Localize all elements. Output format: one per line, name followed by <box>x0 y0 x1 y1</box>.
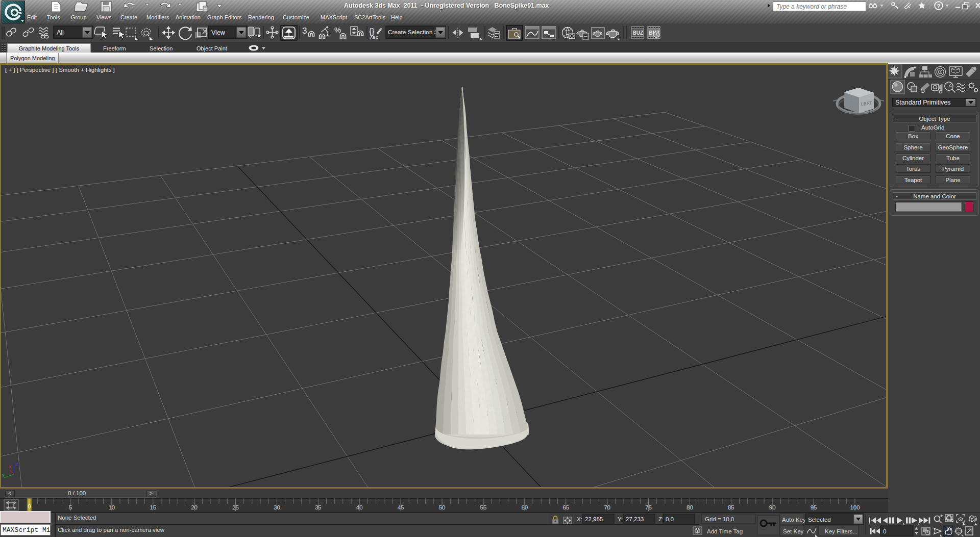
svg-text:0,0: 0,0 <box>666 516 674 522</box>
svg-text:z: z <box>16 462 18 467</box>
svg-text:95: 95 <box>811 504 817 510</box>
svg-text:{}: {} <box>369 27 375 36</box>
svg-text:y: y <box>2 472 5 477</box>
svg-text:70: 70 <box>604 504 610 510</box>
svg-text:ABC: ABC <box>370 35 379 40</box>
svg-text:45: 45 <box>398 504 404 510</box>
svg-text:65: 65 <box>562 504 569 510</box>
svg-text:Create Selection Se: Create Selection Se <box>388 29 442 36</box>
svg-text:5: 5 <box>69 504 72 510</box>
svg-text:Set Key: Set Key <box>783 528 804 534</box>
svg-text:BUZ: BUZ <box>633 30 644 36</box>
svg-text:25: 25 <box>232 504 239 510</box>
svg-text:15: 15 <box>150 504 156 510</box>
svg-text:?: ? <box>937 3 940 9</box>
svg-text:60: 60 <box>521 504 528 510</box>
svg-text:85: 85 <box>728 504 734 510</box>
svg-text:100: 100 <box>850 504 860 510</box>
svg-text:50: 50 <box>439 504 446 510</box>
svg-text:View: View <box>211 29 226 36</box>
svg-text:X:: X: <box>577 516 582 522</box>
svg-text:0: 0 <box>28 503 31 509</box>
svg-text:20: 20 <box>191 504 198 510</box>
svg-text:Selected: Selected <box>808 517 831 523</box>
svg-text:75: 75 <box>645 504 652 510</box>
svg-text:0: 0 <box>883 528 886 534</box>
svg-text:Key Filters...: Key Filters... <box>825 528 857 534</box>
svg-text:40: 40 <box>356 504 363 510</box>
svg-text:LEFT: LEFT <box>861 100 872 107</box>
svg-text:[ + ] [ Perspective ] [ Smooth: [ + ] [ Perspective ] [ Smooth + Highlig… <box>5 67 115 73</box>
svg-text:%: % <box>334 25 341 34</box>
svg-text:x: x <box>9 464 12 469</box>
svg-text:Auto Key: Auto Key <box>782 517 806 523</box>
svg-text:22,985: 22,985 <box>585 516 603 522</box>
svg-text:30: 30 <box>274 504 280 510</box>
svg-text:55: 55 <box>480 504 487 510</box>
svg-text:Add Time Tag: Add Time Tag <box>707 528 743 534</box>
svg-text:Grid = 10,0: Grid = 10,0 <box>705 516 734 522</box>
svg-text:10: 10 <box>108 504 115 510</box>
svg-text:90: 90 <box>769 504 776 510</box>
svg-text:Y:: Y: <box>618 516 623 522</box>
svg-text:3: 3 <box>302 26 307 36</box>
svg-text:27,233: 27,233 <box>626 516 644 522</box>
svg-text:35: 35 <box>315 504 322 510</box>
svg-text:80: 80 <box>687 504 693 510</box>
svg-text:All: All <box>57 29 64 36</box>
